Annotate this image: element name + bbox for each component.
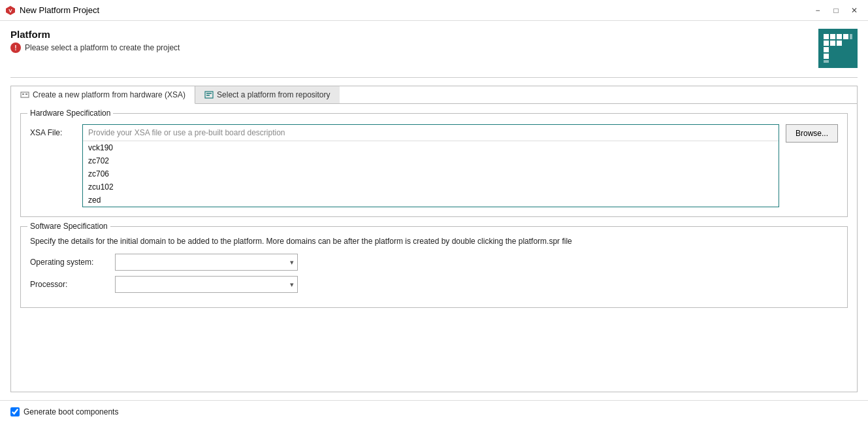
xsa-placeholder-text: Provide your XSA file or use a pre-built… [83, 125, 779, 141]
tab-hardware-label: Create a new platform from hardware (XSA… [33, 90, 185, 99]
os-select[interactable] [115, 254, 298, 271]
svg-rect-10 [824, 47, 829, 52]
content-area: Platform ! Please select a platform to c… [0, 21, 868, 400]
tab-bar: Create a new platform from hardware (XSA… [10, 86, 858, 103]
svg-rect-9 [837, 41, 842, 46]
xsa-board-list: vck190 zc702 zc706 zcu102 zed [83, 141, 779, 207]
hardware-spec-legend: Hardware Specification [27, 109, 113, 118]
title-bar-controls: − □ ✕ [809, 3, 863, 18]
logo-svg [822, 33, 854, 64]
app-icon: V [5, 5, 16, 16]
hardware-specification-group: Hardware Specification XSA File: Provide… [20, 113, 848, 217]
xsa-label: XSA File: [30, 124, 76, 137]
tab-hardware[interactable]: Create a new platform from hardware (XSA… [11, 86, 195, 104]
board-item-zc702[interactable]: zc702 [83, 154, 779, 167]
svg-rect-12 [824, 60, 829, 63]
tab-repository[interactable]: Select a platform from repository [195, 86, 339, 103]
window-title: New Platform Project [20, 5, 99, 15]
header-section: Platform ! Please select a platform to c… [10, 29, 858, 68]
svg-rect-11 [824, 54, 829, 59]
svg-rect-15 [25, 93, 27, 95]
svg-rect-5 [843, 34, 848, 39]
hardware-tab-icon [20, 90, 29, 99]
svg-text:V: V [8, 8, 12, 14]
minimize-button[interactable]: − [809, 3, 826, 18]
maximize-button[interactable]: □ [828, 3, 844, 18]
os-label: Operating system: [30, 258, 108, 267]
board-item-zcu102[interactable]: zcu102 [83, 180, 779, 194]
title-bar-left: V New Platform Project [5, 5, 99, 16]
bottom-section: Generate boot components [0, 400, 868, 423]
svg-rect-4 [837, 34, 842, 39]
svg-rect-13 [21, 92, 29, 97]
tab-repository-label: Select a platform from repository [217, 90, 330, 99]
browse-button[interactable]: Browse... [786, 124, 838, 143]
software-specification-group: Software Specification Specify the detai… [20, 226, 848, 308]
generate-boot-label[interactable]: Generate boot components [10, 407, 118, 416]
processor-select-wrapper[interactable] [115, 276, 298, 293]
title-bar: V New Platform Project − □ ✕ [0, 0, 868, 21]
header-subtitle-text: Please select a platform to create the p… [25, 43, 180, 52]
processor-select[interactable] [115, 276, 298, 293]
svg-rect-3 [830, 34, 835, 39]
main-panel: Hardware Specification XSA File: Provide… [10, 103, 858, 392]
software-spec-description: Specify the details for the initial doma… [30, 236, 838, 247]
svg-rect-18 [206, 95, 210, 96]
xsa-input-container[interactable]: Provide your XSA file or use a pre-built… [82, 124, 779, 207]
svg-rect-8 [830, 41, 835, 46]
svg-rect-6 [850, 34, 852, 39]
svg-rect-7 [824, 41, 829, 46]
processor-row: Processor: [30, 276, 838, 293]
warning-icon: ! [10, 42, 21, 53]
board-item-zed[interactable]: zed [83, 194, 779, 207]
repo-tab-icon [204, 90, 214, 99]
svg-rect-14 [22, 93, 24, 95]
xsa-row: XSA File: Provide your XSA file or use a… [30, 124, 838, 207]
svg-rect-2 [824, 34, 829, 39]
os-row: Operating system: [30, 254, 838, 271]
svg-rect-17 [206, 93, 212, 94]
close-button[interactable]: ✕ [846, 3, 863, 18]
generate-boot-text: Generate boot components [24, 407, 118, 416]
logo-box [818, 29, 858, 68]
processor-label: Processor: [30, 280, 108, 289]
header-subtitle: ! Please select a platform to create the… [10, 42, 180, 53]
generate-boot-checkbox[interactable] [10, 407, 20, 416]
header-left: Platform ! Please select a platform to c… [10, 29, 180, 53]
board-item-zc706[interactable]: zc706 [83, 167, 779, 180]
os-select-wrapper[interactable] [115, 254, 298, 271]
page-title: Platform [10, 29, 180, 40]
board-item-vck190[interactable]: vck190 [83, 141, 779, 154]
software-spec-legend: Software Specification [27, 222, 110, 231]
header-divider [10, 77, 858, 78]
